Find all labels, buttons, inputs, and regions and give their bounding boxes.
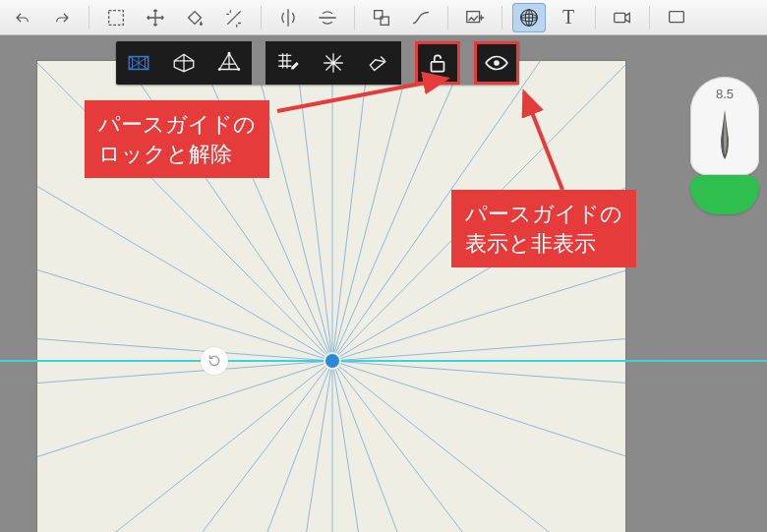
two-point-mode-button[interactable] — [161, 41, 206, 85]
one-point-mode-button[interactable] — [116, 41, 161, 85]
toolbar-gap — [460, 41, 474, 85]
svg-point-11 — [218, 68, 221, 71]
svg-line-39 — [37, 361, 332, 532]
grid-pencil-icon — [275, 50, 301, 76]
svg-rect-13 — [432, 62, 444, 72]
svg-line-41 — [37, 361, 332, 405]
svg-rect-7 — [615, 13, 625, 22]
svg-point-12 — [237, 68, 240, 71]
undo-button[interactable] — [6, 3, 39, 32]
shapes-icon — [371, 7, 392, 29]
svg-rect-8 — [670, 11, 684, 22]
annotation-visibility-line1: パースガイドの — [465, 202, 622, 226]
fullscreen-button[interactable] — [660, 3, 693, 32]
image-plus-icon — [464, 7, 486, 29]
adjust-button[interactable] — [356, 41, 401, 85]
perspective-guide-button[interactable] — [512, 3, 546, 32]
perspective-sub-toolbar — [116, 41, 519, 85]
eye-icon — [484, 50, 509, 76]
record-icon — [612, 7, 633, 29]
record-button[interactable] — [606, 3, 639, 32]
svg-line-32 — [332, 361, 625, 532]
one-point-icon — [126, 50, 151, 76]
rotate-icon — [206, 353, 222, 369]
unlock-icon — [425, 50, 450, 76]
top-toolbar: T — [0, 0, 767, 35]
toolbar-gap — [401, 41, 415, 85]
separator — [649, 6, 650, 30]
brush-tip-icon — [714, 110, 736, 163]
redo-icon — [53, 9, 71, 27]
svg-line-40 — [37, 361, 332, 532]
three-point-mode-button[interactable] — [206, 41, 252, 85]
svg-line-30 — [332, 361, 625, 532]
perspective-grid-icon — [518, 7, 540, 29]
transform-tool-button[interactable] — [139, 3, 172, 32]
undo-icon — [14, 9, 31, 27]
symmetry-h-icon — [317, 7, 338, 29]
separator — [88, 6, 89, 30]
svg-line-43 — [37, 179, 332, 361]
annotation-lock-line2: ロックと解除 — [98, 142, 232, 166]
svg-line-28 — [332, 317, 625, 361]
svg-line-36 — [273, 361, 332, 532]
vanishing-point-handle[interactable] — [325, 354, 339, 368]
shapes-button[interactable] — [365, 3, 398, 32]
symmetry-horizontal-button[interactable] — [311, 3, 344, 32]
lock-toggle-button[interactable] — [415, 41, 460, 85]
svg-point-10 — [228, 52, 231, 55]
svg-line-29 — [332, 361, 625, 405]
curve-button[interactable] — [404, 3, 438, 32]
text-tool-button[interactable]: T — [552, 3, 585, 32]
rotate-handle[interactable] — [201, 347, 228, 375]
brush-size-value: 8.5 — [690, 87, 759, 101]
svg-line-19 — [273, 61, 332, 361]
annotation-lock-line1: パースガイドの — [98, 112, 256, 137]
selection-tool-button[interactable] — [99, 3, 133, 32]
symmetry-vertical-button[interactable] — [271, 3, 305, 32]
toolbar-gap — [252, 41, 266, 85]
svg-line-21 — [332, 61, 391, 361]
svg-line-31 — [332, 361, 625, 532]
annotation-visibility-line2: 表示と非表示 — [465, 231, 596, 256]
three-point-icon — [216, 50, 242, 76]
svg-rect-0 — [109, 10, 124, 25]
symmetry-v-icon — [277, 7, 299, 29]
snap-button[interactable] — [311, 41, 356, 85]
move-icon — [145, 7, 166, 29]
brush-tip-preview — [714, 110, 736, 163]
separator — [595, 6, 596, 30]
two-point-icon — [171, 50, 197, 76]
svg-line-38 — [37, 361, 332, 532]
wand-icon — [223, 7, 245, 29]
separator — [502, 6, 502, 30]
snap-star-icon — [321, 50, 346, 76]
horizon-line[interactable] — [0, 360, 767, 362]
annotation-visibility: パースガイドの 表示と非表示 — [451, 190, 636, 267]
color-picker-button[interactable] — [690, 175, 759, 214]
separator — [261, 6, 262, 30]
grid-edit-button[interactable] — [266, 41, 311, 85]
redo-button[interactable] — [45, 3, 79, 32]
separator — [447, 6, 448, 30]
screen-icon — [666, 7, 687, 29]
brush-size-control[interactable]: 8.5 — [690, 77, 759, 175]
fill-tool-button[interactable] — [178, 3, 211, 32]
bucket-icon — [184, 7, 206, 29]
import-image-button[interactable] — [458, 3, 492, 32]
separator — [354, 6, 355, 30]
curve-icon — [410, 7, 432, 29]
visibility-toggle-button[interactable] — [474, 41, 519, 85]
text-icon: T — [562, 6, 574, 29]
adjust-pen-icon — [366, 50, 391, 76]
magic-tool-button[interactable] — [217, 3, 251, 32]
selection-icon — [105, 7, 127, 29]
svg-point-14 — [494, 60, 500, 66]
svg-line-42 — [37, 317, 332, 361]
brush-size-panel: 8.5 — [690, 77, 759, 214]
svg-line-34 — [332, 361, 391, 532]
annotation-lock: パースガイドの ロックと解除 — [85, 100, 269, 178]
